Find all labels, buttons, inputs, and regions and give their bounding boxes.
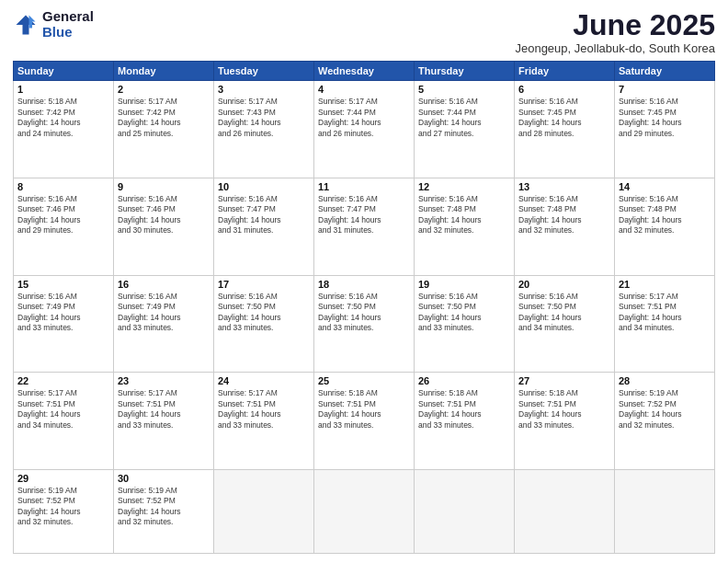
table-row: 15Sunrise: 5:16 AMSunset: 7:49 PMDayligh… [14, 275, 114, 373]
day-info: Sunrise: 5:16 AMSunset: 7:47 PMDaylight:… [318, 194, 410, 236]
table-row: 20Sunrise: 5:16 AMSunset: 7:50 PMDayligh… [515, 275, 615, 373]
day-info: Sunrise: 5:17 AMSunset: 7:42 PMDaylight:… [118, 97, 210, 139]
calendar-header-row: Sunday Monday Tuesday Wednesday Thursday… [14, 62, 715, 81]
day-number: 9 [118, 181, 210, 192]
day-number: 26 [418, 375, 510, 386]
col-friday: Friday [515, 62, 615, 81]
col-monday: Monday [114, 62, 214, 81]
day-number: 13 [518, 181, 610, 192]
table-row: 16Sunrise: 5:16 AMSunset: 7:49 PMDayligh… [114, 275, 214, 373]
table-row: 21Sunrise: 5:17 AMSunset: 7:51 PMDayligh… [615, 275, 715, 373]
day-number: 6 [518, 84, 610, 95]
day-number: 12 [418, 181, 510, 192]
day-info: Sunrise: 5:16 AMSunset: 7:50 PMDaylight:… [318, 292, 410, 334]
table-row: 9Sunrise: 5:16 AMSunset: 7:46 PMDaylight… [114, 178, 214, 275]
logo-blue-text: Blue [42, 25, 94, 40]
table-row: 10Sunrise: 5:16 AMSunset: 7:47 PMDayligh… [214, 178, 314, 275]
table-row: 18Sunrise: 5:16 AMSunset: 7:50 PMDayligh… [314, 275, 415, 373]
col-tuesday: Tuesday [214, 62, 314, 81]
table-row [214, 470, 314, 554]
day-number: 2 [118, 84, 210, 95]
day-number: 19 [418, 279, 510, 290]
day-number: 14 [619, 181, 711, 192]
logo-general-text: General [42, 9, 94, 25]
day-info: Sunrise: 5:16 AMSunset: 7:44 PMDaylight:… [418, 97, 510, 139]
day-info: Sunrise: 5:16 AMSunset: 7:50 PMDaylight:… [418, 292, 510, 334]
day-info: Sunrise: 5:16 AMSunset: 7:48 PMDaylight:… [418, 194, 510, 236]
table-row [515, 470, 615, 554]
table-row: 25Sunrise: 5:18 AMSunset: 7:51 PMDayligh… [314, 373, 415, 470]
day-number: 8 [17, 181, 109, 192]
day-info: Sunrise: 5:16 AMSunset: 7:50 PMDaylight:… [218, 292, 310, 334]
day-info: Sunrise: 5:19 AMSunset: 7:52 PMDaylight:… [619, 388, 711, 431]
day-info: Sunrise: 5:16 AMSunset: 7:46 PMDaylight:… [17, 194, 109, 236]
table-row: 14Sunrise: 5:16 AMSunset: 7:48 PMDayligh… [615, 178, 715, 275]
table-row: 11Sunrise: 5:16 AMSunset: 7:47 PMDayligh… [314, 178, 415, 275]
table-row: 24Sunrise: 5:17 AMSunset: 7:51 PMDayligh… [214, 373, 314, 470]
day-info: Sunrise: 5:17 AMSunset: 7:43 PMDaylight:… [218, 97, 310, 139]
table-row: 13Sunrise: 5:16 AMSunset: 7:48 PMDayligh… [515, 178, 615, 275]
svg-marker-1 [29, 15, 36, 28]
day-number: 29 [17, 473, 109, 484]
table-row [314, 470, 415, 554]
table-row: 8Sunrise: 5:16 AMSunset: 7:46 PMDaylight… [14, 178, 114, 275]
day-info: Sunrise: 5:18 AMSunset: 7:51 PMDaylight:… [518, 388, 610, 431]
table-row [415, 470, 515, 554]
day-number: 15 [17, 279, 109, 290]
table-row: 26Sunrise: 5:18 AMSunset: 7:51 PMDayligh… [415, 373, 515, 470]
table-row: 2Sunrise: 5:17 AMSunset: 7:42 PMDaylight… [114, 81, 214, 178]
day-number: 10 [218, 181, 310, 192]
day-number: 4 [318, 84, 410, 95]
col-saturday: Saturday [615, 62, 715, 81]
day-info: Sunrise: 5:16 AMSunset: 7:49 PMDaylight:… [17, 292, 109, 334]
logo: General Blue [13, 9, 94, 40]
table-row [615, 470, 715, 554]
table-row: 30Sunrise: 5:19 AMSunset: 7:52 PMDayligh… [114, 470, 214, 554]
day-number: 18 [318, 279, 410, 290]
day-number: 11 [318, 181, 410, 192]
table-row: 12Sunrise: 5:16 AMSunset: 7:48 PMDayligh… [415, 178, 515, 275]
day-info: Sunrise: 5:18 AMSunset: 7:42 PMDaylight:… [17, 97, 109, 139]
day-info: Sunrise: 5:17 AMSunset: 7:44 PMDaylight:… [318, 97, 410, 139]
day-number: 27 [518, 375, 610, 386]
day-info: Sunrise: 5:19 AMSunset: 7:52 PMDaylight:… [118, 486, 210, 528]
table-row: 6Sunrise: 5:16 AMSunset: 7:45 PMDaylight… [515, 81, 615, 178]
month-title: June 2025 [515, 9, 715, 41]
day-info: Sunrise: 5:16 AMSunset: 7:50 PMDaylight:… [518, 292, 610, 334]
day-number: 22 [17, 375, 109, 386]
day-number: 24 [218, 375, 310, 386]
day-number: 20 [518, 279, 610, 290]
day-info: Sunrise: 5:16 AMSunset: 7:46 PMDaylight:… [118, 194, 210, 236]
day-number: 25 [318, 375, 410, 386]
table-row: 4Sunrise: 5:17 AMSunset: 7:44 PMDaylight… [314, 81, 415, 178]
day-info: Sunrise: 5:18 AMSunset: 7:51 PMDaylight:… [318, 388, 410, 431]
day-number: 3 [218, 84, 310, 95]
col-sunday: Sunday [14, 62, 114, 81]
table-row: 7Sunrise: 5:16 AMSunset: 7:45 PMDaylight… [615, 81, 715, 178]
day-info: Sunrise: 5:17 AMSunset: 7:51 PMDaylight:… [17, 388, 109, 431]
col-thursday: Thursday [415, 62, 515, 81]
day-info: Sunrise: 5:16 AMSunset: 7:47 PMDaylight:… [218, 194, 310, 236]
calendar-table: Sunday Monday Tuesday Wednesday Thursday… [13, 61, 715, 554]
day-number: 7 [619, 84, 711, 95]
day-info: Sunrise: 5:16 AMSunset: 7:45 PMDaylight:… [619, 97, 711, 139]
day-number: 5 [418, 84, 510, 95]
title-block: June 2025 Jeongeup, Jeollabuk-do, South … [515, 9, 715, 55]
day-info: Sunrise: 5:18 AMSunset: 7:51 PMDaylight:… [418, 388, 510, 431]
day-number: 21 [619, 279, 711, 290]
page: General Blue June 2025 Jeongeup, Jeollab… [0, 0, 728, 563]
table-row: 17Sunrise: 5:16 AMSunset: 7:50 PMDayligh… [214, 275, 314, 373]
table-row: 23Sunrise: 5:17 AMSunset: 7:51 PMDayligh… [114, 373, 214, 470]
day-info: Sunrise: 5:19 AMSunset: 7:52 PMDaylight:… [17, 486, 109, 528]
location-subtitle: Jeongeup, Jeollabuk-do, South Korea [515, 41, 715, 55]
table-row: 29Sunrise: 5:19 AMSunset: 7:52 PMDayligh… [14, 470, 114, 554]
day-number: 16 [118, 279, 210, 290]
day-info: Sunrise: 5:17 AMSunset: 7:51 PMDaylight:… [218, 388, 310, 431]
day-info: Sunrise: 5:16 AMSunset: 7:49 PMDaylight:… [118, 292, 210, 334]
day-info: Sunrise: 5:16 AMSunset: 7:48 PMDaylight:… [518, 194, 610, 236]
logo-icon [13, 12, 39, 38]
day-info: Sunrise: 5:16 AMSunset: 7:48 PMDaylight:… [619, 194, 711, 236]
table-row: 22Sunrise: 5:17 AMSunset: 7:51 PMDayligh… [14, 373, 114, 470]
table-row: 5Sunrise: 5:16 AMSunset: 7:44 PMDaylight… [415, 81, 515, 178]
day-number: 23 [118, 375, 210, 386]
